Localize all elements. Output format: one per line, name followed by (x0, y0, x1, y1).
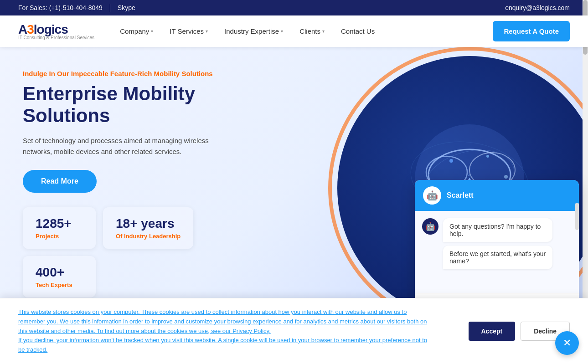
chat-bubble-1: Got any questions? I'm happy to help. (443, 218, 552, 242)
navbar: A3logics IT Consulting & Professional Se… (0, 15, 588, 47)
nav-company[interactable]: Company ▾ (113, 23, 160, 40)
chat-agent-name: Scarlett (447, 191, 474, 200)
skype-link[interactable]: Skype (118, 4, 135, 11)
cookie-text-1: This website stores cookies on your comp… (18, 308, 427, 316)
sales-contact: For Sales: (+1)-510-404-8049 (18, 4, 103, 11)
read-more-button[interactable]: Read More (23, 170, 97, 193)
chat-widget: 🤖 Scarlett 🤖 Got any questions? I'm happ… (415, 180, 579, 316)
chat-scroll-handle[interactable] (575, 203, 579, 230)
chat-header: 🤖 Scarlett (415, 180, 579, 211)
svg-point-16 (486, 155, 489, 158)
divider (110, 4, 110, 12)
stat-projects-label: Projects (36, 233, 83, 240)
request-quote-button[interactable]: Request A Quote (493, 21, 570, 41)
hero-description: Set of technology and processes aimed at… (23, 135, 214, 157)
chevron-down-icon: ▾ (206, 29, 208, 34)
chat-message-1-wrap: 🤖 Got any questions? I'm happy to help. … (422, 218, 572, 269)
chat-bubble-2: Before we get started, what's your name? (443, 246, 552, 269)
cookie-banner: This website stores cookies on your comp… (0, 298, 588, 316)
cookie-text: This website stores cookies on your comp… (18, 308, 428, 316)
chevron-down-icon: ▾ (151, 29, 153, 34)
nav-industry-expertise[interactable]: Industry Expertise ▾ (217, 23, 290, 40)
logo-tagline: IT Consulting & Professional Services (18, 35, 94, 40)
chevron-down-icon: ▾ (322, 29, 325, 34)
chat-bot-icon: 🤖 (422, 218, 438, 235)
stat-experts: 400+ Tech Experts (23, 256, 96, 297)
nav-items: Company ▾ IT Services ▾ Industry Experti… (113, 23, 493, 40)
chevron-down-icon: ▾ (281, 29, 283, 34)
svg-point-15 (449, 159, 453, 163)
nav-contact-us[interactable]: Contact Us (334, 23, 382, 40)
email-contact[interactable]: enquiry@a3logics.com (505, 4, 570, 11)
top-bar: For Sales: (+1)-510-404-8049 Skype enqui… (0, 0, 588, 15)
stat-projects-number: 1285+ (36, 216, 83, 231)
stat-years-label: Of Industry Leadership (116, 233, 181, 240)
stat-years-number: 18+ years (116, 216, 181, 231)
stat-experts-number: 400+ (36, 265, 83, 280)
hero-content: Indulge In Our Impeccable Feature-Rich M… (23, 70, 269, 297)
stat-projects: 1285+ Projects (23, 207, 96, 249)
svg-point-17 (504, 175, 508, 179)
nav-clients[interactable]: Clients ▾ (292, 23, 332, 40)
stat-experts-label: Tech Experts (36, 282, 83, 288)
page-scrollbar[interactable] (583, 0, 588, 316)
chat-body: 🤖 Got any questions? I'm happy to help. … (415, 211, 579, 293)
stats-section: 1285+ Projects 18+ years Of Industry Lea… (23, 207, 269, 297)
hero-tagline: Indulge In Our Impeccable Feature-Rich M… (23, 70, 269, 77)
stat-years: 18+ years Of Industry Leadership (103, 207, 193, 249)
logo[interactable]: A3logics IT Consulting & Professional Se… (18, 22, 94, 40)
hero-title: Enterprise Mobility Solutions (23, 83, 269, 127)
chat-agent-avatar: 🤖 (423, 186, 441, 205)
nav-it-services[interactable]: IT Services ▾ (162, 23, 215, 40)
